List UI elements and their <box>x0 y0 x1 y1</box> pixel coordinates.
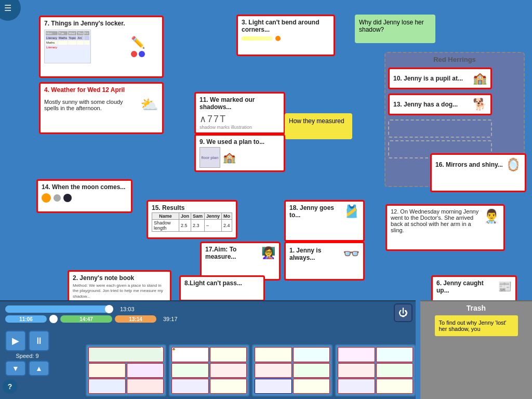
trash-sticky: To find out why Jenny 'lost' her shadow,… <box>435 315 518 336</box>
transport-area: ▶ ⏸ Speed: 9 ▼ ▲ 1 <box>0 328 416 379</box>
sticky-why: Why did Jenny lose her shadow? <box>355 15 435 43</box>
timeline-area: 13:03 11:06 14:47 13:14 39:17 <box>0 301 416 328</box>
results-table: NameJonSamJennyMo Shadow length 2.52.3–2… <box>152 212 232 232</box>
step-down-button[interactable]: ▼ <box>5 361 26 376</box>
card-8: 8.Light can't pass... <box>179 275 265 301</box>
thumbnail-3[interactable] <box>252 344 332 396</box>
card-13: 13. Jenny has a dog... 🐕 <box>388 94 492 115</box>
timeline-row-2: 11:06 14:47 13:14 39:17 <box>5 315 410 323</box>
play-button[interactable]: ▶ <box>5 330 26 351</box>
speed-label: Speed: 9 <box>16 353 38 359</box>
card-18: 18. Jenny goes to... 🎽 <box>284 200 365 242</box>
thumbnail-4[interactable] <box>335 344 416 396</box>
card-9: 9. We used a plan to... floor plan 🏫 <box>194 134 285 172</box>
pause-button[interactable]: ⏸ <box>29 330 49 351</box>
thumbnail-1[interactable]: 1 <box>86 344 166 396</box>
card-14: 14. When the moon comes... <box>36 179 132 213</box>
timeline-segment-2[interactable]: 14:47 <box>60 315 112 323</box>
card-17: 17.Aim: To measure... 👩‍🏫 <box>200 242 281 281</box>
card-12: 12. On Wednesday morning Jenny went to t… <box>385 204 505 251</box>
timeline-segment-3[interactable]: 13:14 <box>115 315 156 323</box>
card-11: 11. We marked our shadows... ∧77T shadow… <box>194 92 285 134</box>
card-15: 15. Results NameJonSamJennyMo Shadow len… <box>147 200 237 239</box>
card-16: 16. Mirrors and shiny... 🪞 <box>430 153 526 192</box>
trash-area: Trash To find out why Jenny 'lost' her s… <box>420 300 532 399</box>
timeline-row-1: 13:03 <box>5 305 410 313</box>
timeline-cursor[interactable] <box>49 315 58 323</box>
trash-title: Trash <box>467 304 486 312</box>
timeline-time-1: 13:03 <box>120 306 135 312</box>
help-button[interactable]: ? <box>3 379 17 394</box>
control-bar: 13:03 11:06 14:47 13:14 39:17 ▶ ⏸ Speed:… <box>0 300 416 399</box>
timeline-time-5: 39:17 <box>163 316 178 322</box>
card-10: 10. Jenny is a pupil at... 🏫 <box>388 68 492 89</box>
card-1: 1. Jenny is always... 👓 <box>284 242 365 281</box>
power-button[interactable]: ⏻ <box>394 303 413 322</box>
menu-button[interactable]: ☰ <box>0 0 21 21</box>
thumbnail-2[interactable]: 🧒 <box>169 344 249 396</box>
thumbnails-area: 1 🧒 <box>86 344 416 396</box>
timeline-segment-1[interactable]: 11:06 <box>5 315 47 323</box>
card-3: 3. Light can't bend around corners... <box>236 15 335 56</box>
red-herrings-title: Red Herrings <box>388 56 521 63</box>
step-up-button[interactable]: ▲ <box>29 361 49 376</box>
card-4: 4. Weather for Wed 12 April Mostly sunny… <box>39 82 164 134</box>
sticky-how: How they measured <box>285 113 352 139</box>
card-7: 7. Things in Jenny's locker. Mon Tue Wed… <box>39 16 164 78</box>
timeline-bar-blue[interactable] <box>5 305 109 313</box>
